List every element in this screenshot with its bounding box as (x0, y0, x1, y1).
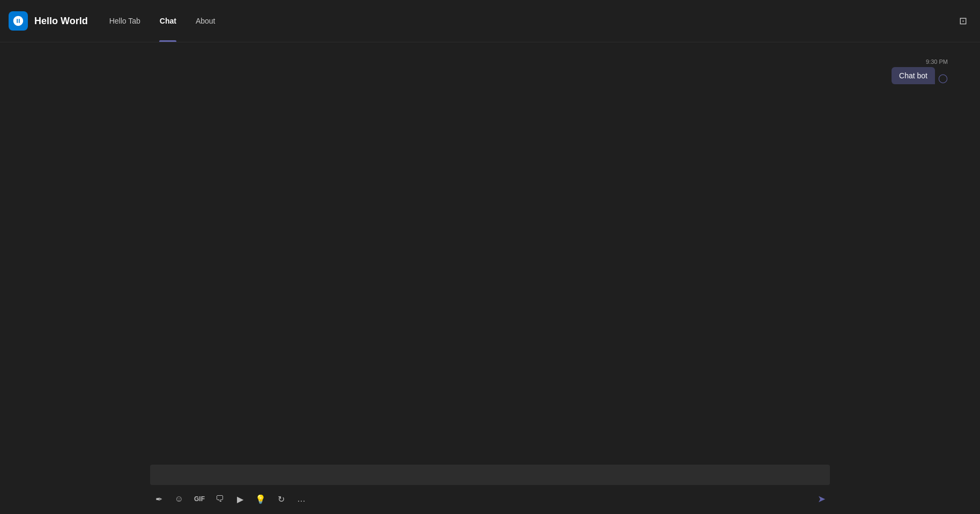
tab-about[interactable]: About (187, 0, 224, 42)
input-area: ✒ ☺ GIF 🗨 ▶ 💡 ↻ … ➤ (0, 460, 980, 514)
message-status-icon: ◯ (938, 73, 948, 83)
nav-tabs: Hello Tab Chat About (101, 0, 224, 42)
gif-icon: GIF (194, 495, 205, 503)
format-button[interactable]: ✒ (150, 490, 167, 508)
message-time: 9:30 PM (926, 58, 948, 65)
idea-icon: 💡 (255, 494, 266, 504)
header-right: ⊡ (954, 12, 971, 30)
loop-button[interactable]: ↻ (272, 490, 289, 508)
app-icon (9, 11, 28, 31)
tab-hello-tab[interactable]: Hello Tab (101, 0, 149, 42)
attach-button[interactable]: ▶ (232, 490, 249, 508)
sticker-button[interactable]: 🗨 (211, 490, 228, 508)
idea-button[interactable]: 💡 (252, 490, 269, 508)
message-row: Chat bot ◯ (892, 67, 948, 84)
emoji-icon: ☺ (175, 494, 183, 504)
sticker-icon: 🗨 (216, 494, 224, 504)
more-icon: … (297, 494, 306, 504)
app-title: Hello World (34, 16, 88, 27)
chat-area: 9:30 PM Chat bot ◯ (0, 42, 980, 460)
emoji-button[interactable]: ☺ (170, 490, 188, 508)
message-container: 9:30 PM Chat bot ◯ (892, 58, 948, 84)
loop-icon: ↻ (278, 494, 285, 504)
message-input[interactable] (150, 465, 830, 485)
expand-icon[interactable]: ⊡ (954, 12, 971, 30)
attach-icon: ▶ (237, 494, 243, 504)
gif-button[interactable]: GIF (191, 490, 208, 508)
tab-chat[interactable]: Chat (151, 0, 185, 42)
app-header: Hello World Hello Tab Chat About ⊡ (0, 0, 980, 42)
format-icon: ✒ (155, 494, 162, 504)
more-button[interactable]: … (293, 490, 310, 508)
send-icon: ➤ (818, 493, 826, 505)
send-button[interactable]: ➤ (813, 490, 830, 508)
toolbar: ✒ ☺ GIF 🗨 ▶ 💡 ↻ … ➤ (150, 490, 830, 508)
message-bubble: Chat bot (892, 67, 935, 84)
